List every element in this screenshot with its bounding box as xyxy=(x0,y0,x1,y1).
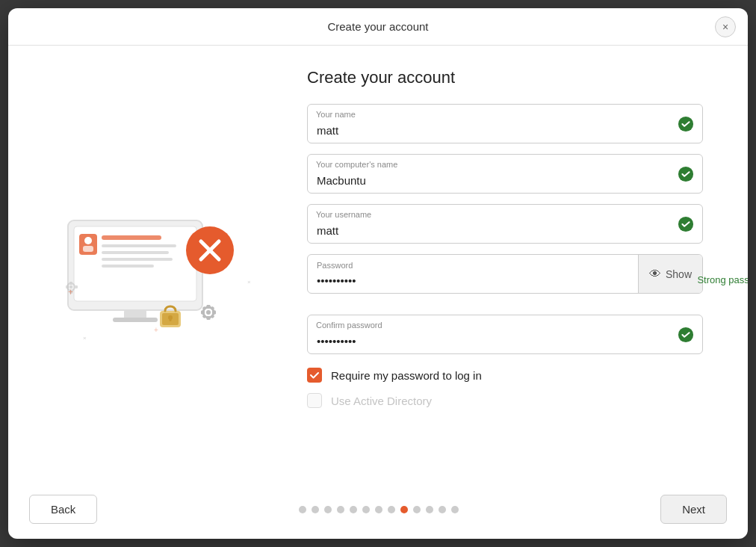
svg-text:×: × xyxy=(83,335,87,342)
form-area: Create your account Your name Your compu… xyxy=(292,61,748,469)
confirm-password-check-icon xyxy=(678,327,694,343)
dialog-title: Create your account xyxy=(327,20,428,33)
password-field-group: Password 👁 Show xyxy=(307,254,703,294)
illustration-icon: + + × × xyxy=(46,161,255,370)
pagination-dot-11 xyxy=(426,506,433,513)
svg-rect-17 xyxy=(207,305,211,309)
your-name-field-group: Your name xyxy=(307,104,703,143)
svg-point-16 xyxy=(206,310,211,315)
confirm-password-input[interactable] xyxy=(307,315,703,354)
pagination-dot-7 xyxy=(375,506,382,513)
strong-password-label: Strong password xyxy=(697,274,748,285)
require-password-checkbox[interactable] xyxy=(307,368,322,383)
active-directory-checkbox[interactable] xyxy=(307,393,322,408)
pagination-dot-5 xyxy=(350,506,357,513)
svg-rect-2 xyxy=(102,235,161,240)
create-account-dialog: Create your account × xyxy=(8,8,748,539)
svg-rect-30 xyxy=(75,285,78,288)
svg-point-8 xyxy=(84,237,92,244)
illustration-area: + + × × xyxy=(8,61,292,469)
pagination-dot-3 xyxy=(324,506,332,513)
pagination-dot-4 xyxy=(337,506,344,513)
pagination-dot-13 xyxy=(451,506,459,513)
require-password-label: Require my password to log in xyxy=(331,369,482,382)
computer-name-input[interactable] xyxy=(307,154,703,194)
close-button[interactable]: × xyxy=(715,16,736,37)
username-input[interactable] xyxy=(307,204,703,244)
active-directory-label: Use Active Directory xyxy=(331,395,432,407)
eye-icon: 👁 xyxy=(649,268,661,281)
pagination-dot-2 xyxy=(312,506,319,513)
svg-rect-3 xyxy=(102,244,176,247)
pagination-dot-10 xyxy=(413,506,421,513)
pagination-dot-12 xyxy=(439,506,446,513)
svg-rect-20 xyxy=(212,310,216,314)
svg-text:+: + xyxy=(154,326,158,334)
dialog-body: + + × × Create your account Your name xyxy=(8,46,748,484)
password-row-container: Password 👁 Show Strong password xyxy=(307,254,703,304)
show-password-button[interactable]: 👁 Show xyxy=(638,255,702,293)
svg-rect-4 xyxy=(102,251,169,254)
svg-rect-5 xyxy=(102,258,173,261)
pagination-dot-1 xyxy=(299,506,306,513)
back-button[interactable]: Back xyxy=(29,495,97,524)
computer-name-check-icon xyxy=(678,166,694,182)
svg-rect-18 xyxy=(207,316,211,320)
svg-rect-19 xyxy=(201,310,205,314)
pagination-dot-8 xyxy=(388,506,395,513)
computer-name-field-group: Your computer's name xyxy=(307,154,703,194)
password-field-wrap: Password xyxy=(308,255,638,293)
svg-rect-6 xyxy=(102,265,154,268)
svg-rect-27 xyxy=(69,282,72,285)
show-button-label: Show xyxy=(666,268,692,280)
username-check-icon xyxy=(678,216,694,232)
pagination-dot-6 xyxy=(362,506,370,513)
pagination-dot-9 xyxy=(400,506,408,513)
your-name-check-icon xyxy=(678,116,694,132)
require-password-row: Require my password to log in xyxy=(307,368,703,383)
dialog-footer: Back Next xyxy=(8,484,748,539)
svg-rect-11 xyxy=(113,318,158,322)
active-directory-row: Use Active Directory xyxy=(307,393,703,408)
next-button[interactable]: Next xyxy=(660,495,727,524)
username-field-group: Your username xyxy=(307,204,703,244)
svg-text:×: × xyxy=(247,279,251,285)
svg-text:+: + xyxy=(68,287,73,297)
svg-rect-9 xyxy=(83,246,93,252)
pagination-dots xyxy=(299,506,459,513)
dialog-header: Create your account × xyxy=(8,8,748,46)
confirm-password-field-group: Confirm password xyxy=(307,315,703,354)
password-input[interactable] xyxy=(308,255,638,293)
svg-rect-34 xyxy=(170,318,172,321)
your-name-input[interactable] xyxy=(307,104,703,143)
form-heading: Create your account xyxy=(307,68,703,87)
